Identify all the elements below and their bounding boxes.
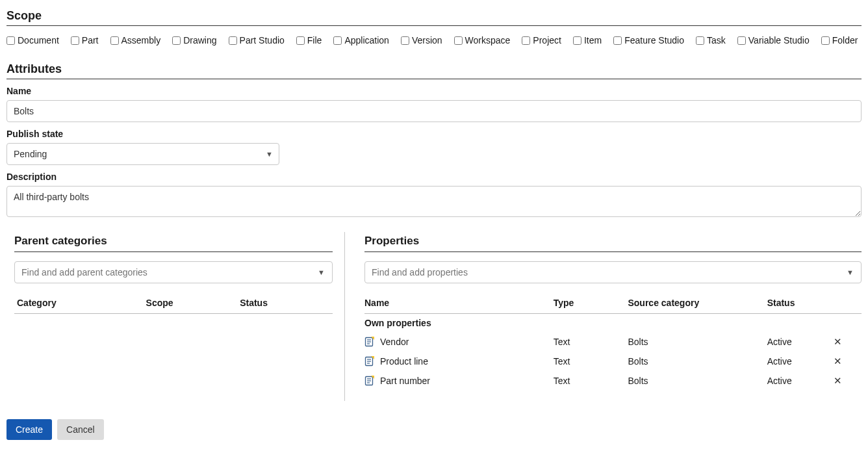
scope-title: Scope (6, 9, 862, 23)
property-source: Bolts (628, 371, 767, 391)
scope-item-label: Task (707, 35, 726, 45)
scope-item[interactable]: Project (522, 35, 561, 45)
scope-checkbox[interactable] (737, 36, 746, 45)
scope-checkbox[interactable] (172, 36, 181, 45)
scope-item[interactable]: Folder (821, 35, 858, 45)
parent-categories-title: Parent categories (14, 235, 333, 248)
scope-item-label: Part (82, 35, 99, 45)
remove-property-icon[interactable]: ✕ (832, 375, 843, 387)
column-header: Status (237, 292, 333, 314)
cancel-button[interactable]: Cancel (57, 419, 104, 440)
scope-item-label: Project (533, 35, 561, 45)
scope-checkbox[interactable] (333, 36, 342, 45)
create-button[interactable]: Create (6, 419, 52, 440)
description-textarea[interactable]: All third-party bolts (6, 186, 862, 217)
description-label: Description (6, 172, 862, 182)
scope-item-label: Document (18, 35, 59, 45)
property-row: Product lineTextBoltsActive✕ (364, 352, 862, 371)
scope-item[interactable]: Assembly (110, 35, 161, 45)
property-type: Text (554, 371, 628, 391)
scope-item[interactable]: Part Studio (229, 35, 285, 45)
scope-checkbox[interactable] (696, 36, 704, 45)
property-name: Product line (380, 356, 428, 367)
property-name: Part number (380, 376, 430, 386)
scope-item-label: Folder (832, 35, 858, 45)
scope-item[interactable]: Task (696, 35, 726, 45)
own-properties-header: Own properties (364, 314, 862, 333)
scope-checkbox[interactable] (401, 36, 409, 45)
property-icon (364, 356, 375, 367)
scope-checkbox[interactable] (454, 36, 463, 45)
scope-item[interactable]: File (296, 35, 322, 45)
scope-checkbox[interactable] (573, 36, 581, 45)
parent-categories-table: CategoryScopeStatus (14, 292, 333, 314)
property-type: Text (554, 352, 628, 371)
scope-item[interactable]: Variable Studio (737, 35, 810, 45)
property-icon (364, 376, 375, 386)
divider (6, 79, 862, 79)
column-header: Status (767, 292, 832, 314)
column-header: Name (364, 292, 554, 314)
column-header: Source category (628, 292, 767, 314)
divider (6, 25, 862, 26)
property-type: Text (554, 332, 628, 352)
scope-item-label: Drawing (183, 35, 216, 45)
divider (14, 251, 333, 252)
parent-categories-search[interactable] (14, 261, 333, 283)
publish-state-select[interactable]: Pending (6, 143, 279, 165)
column-header: Scope (144, 292, 238, 314)
scope-item[interactable]: Application (333, 35, 389, 45)
scope-item-label: Part Studio (240, 35, 285, 45)
property-source: Bolts (628, 352, 767, 371)
property-source: Bolts (628, 332, 767, 352)
remove-property-icon[interactable]: ✕ (832, 355, 843, 367)
scope-item[interactable]: Drawing (172, 35, 216, 45)
property-row: Part numberTextBoltsActive✕ (364, 371, 862, 391)
scope-checkbox[interactable] (821, 36, 830, 45)
scope-checkbox[interactable] (296, 36, 305, 45)
scope-checkbox[interactable] (71, 36, 79, 45)
column-header: Type (554, 292, 628, 314)
property-status: Active (767, 371, 832, 391)
property-status: Active (767, 352, 832, 371)
scope-item[interactable]: Document (6, 35, 59, 45)
property-icon (364, 337, 375, 347)
scope-item[interactable]: Workspace (454, 35, 511, 45)
name-label: Name (6, 86, 862, 96)
remove-property-icon[interactable]: ✕ (832, 336, 843, 348)
property-status: Active (767, 332, 832, 352)
properties-search[interactable] (364, 261, 862, 283)
scope-checkbox[interactable] (522, 36, 530, 45)
scope-item-label: Feature Studio (624, 35, 684, 45)
attributes-title: Attributes (6, 62, 862, 76)
scope-checkbox[interactable] (6, 36, 15, 45)
scope-checkbox[interactable] (229, 36, 237, 45)
name-input[interactable] (6, 100, 862, 122)
scope-checkbox[interactable] (613, 36, 622, 45)
publish-state-label: Publish state (6, 129, 862, 139)
scope-item[interactable]: Item (573, 35, 602, 45)
scope-checkbox[interactable] (110, 36, 119, 45)
scope-item-label: File (307, 35, 322, 45)
scope-item-label: Workspace (465, 35, 511, 45)
scope-item[interactable]: Version (401, 35, 442, 45)
divider (364, 251, 862, 252)
scope-item-label: Item (584, 35, 602, 45)
scope-item-label: Version (412, 35, 442, 45)
scope-item-label: Application (344, 35, 389, 45)
column-header: Category (14, 292, 144, 314)
properties-title: Properties (364, 235, 862, 248)
property-row: VendorTextBoltsActive✕ (364, 332, 862, 352)
scope-item-label: Assembly (121, 35, 161, 45)
property-name: Vendor (380, 337, 409, 347)
column-header (832, 292, 862, 314)
scope-item[interactable]: Feature Studio (613, 35, 684, 45)
scope-checkbox-row: DocumentPartAssemblyDrawingPart StudioFi… (6, 32, 862, 56)
scope-item[interactable]: Part (71, 35, 99, 45)
properties-table: NameTypeSource categoryStatus Own proper… (364, 292, 862, 391)
scope-item-label: Variable Studio (748, 35, 810, 45)
